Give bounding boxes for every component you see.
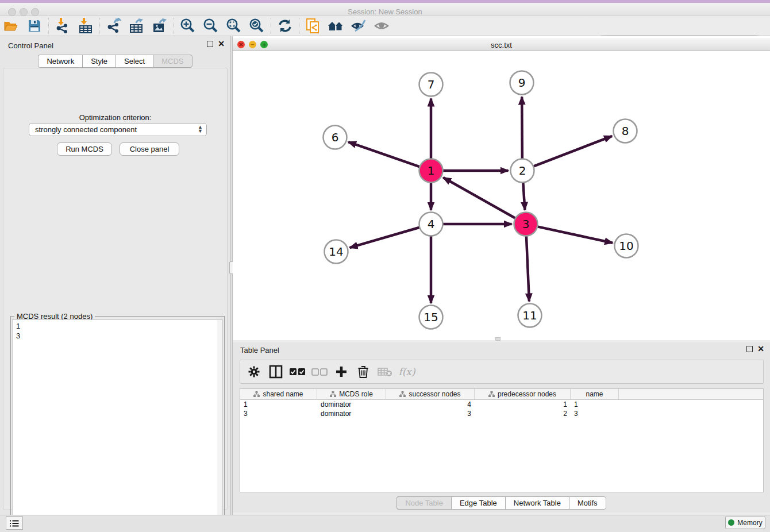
tab-mcds[interactable]: MCDS bbox=[153, 55, 192, 68]
zoom-fit-icon[interactable] bbox=[222, 17, 245, 35]
table-header-row: shared nameMCDS rolesuccessor nodesprede… bbox=[240, 389, 763, 400]
first-neighbors-icon[interactable] bbox=[325, 17, 348, 35]
table-cell: 3 bbox=[240, 409, 317, 418]
application-window: Session: New Session bbox=[0, 0, 770, 532]
node-table[interactable]: shared nameMCDS rolesuccessor nodesprede… bbox=[240, 388, 764, 492]
memory-button[interactable]: Memory bbox=[725, 516, 765, 529]
float-panel-icon[interactable] bbox=[746, 346, 753, 352]
table-cell: 4 bbox=[386, 400, 475, 409]
export-image-icon[interactable] bbox=[148, 17, 171, 35]
node-label-6: 6 bbox=[332, 130, 339, 144]
toolbar-separator bbox=[299, 18, 299, 34]
status-bar bbox=[0, 515, 770, 532]
horizontal-splitter-handle[interactable] bbox=[495, 337, 500, 341]
unselect-all-icon[interactable] bbox=[310, 363, 329, 381]
mcds-result-list[interactable]: 1 3 bbox=[12, 319, 223, 530]
import-table-icon[interactable] bbox=[74, 17, 97, 35]
tab-select[interactable]: Select bbox=[116, 55, 153, 68]
table-cell: 2 bbox=[475, 409, 571, 418]
mcds-panel-body: Optimization criterion: strongly connect… bbox=[3, 68, 228, 510]
column-header-successor-nodes[interactable]: successor nodes bbox=[386, 389, 475, 399]
control-panel-title: Control Panel bbox=[8, 41, 53, 50]
show-columns-icon[interactable] bbox=[267, 363, 285, 381]
network-view-window: ✕ − ＋ scc.txt 1234678910111415 bbox=[233, 36, 770, 340]
optimization-criterion-select[interactable]: strongly connected component ▲▼ bbox=[29, 123, 207, 136]
tab-network-table[interactable]: Network Table bbox=[505, 496, 569, 510]
table-body: 1dominator4113dominator323 bbox=[240, 400, 763, 418]
add-column-icon[interactable] bbox=[332, 363, 351, 381]
close-panel-icon[interactable]: ✕ bbox=[757, 346, 764, 352]
node-label-14: 14 bbox=[329, 245, 343, 259]
column-label: successor nodes bbox=[409, 390, 460, 398]
network-canvas[interactable]: 1234678910111415 bbox=[233, 51, 770, 340]
tab-network[interactable]: Network bbox=[38, 55, 82, 68]
node-label-9: 9 bbox=[518, 76, 526, 90]
tab-motifs[interactable]: Motifs bbox=[569, 496, 606, 510]
column-header-name[interactable]: name bbox=[571, 389, 619, 399]
tab-style[interactable]: Style bbox=[82, 55, 116, 68]
refresh-icon[interactable] bbox=[274, 17, 297, 35]
table-cell: 3 bbox=[386, 409, 475, 418]
table-settings-icon[interactable] bbox=[245, 363, 263, 381]
edge-2-3[interactable] bbox=[523, 182, 525, 210]
column-label: name bbox=[586, 390, 603, 398]
network-window-title: scc.txt bbox=[233, 41, 770, 49]
table-cell: 1 bbox=[571, 400, 619, 409]
function-builder-icon[interactable]: f(x) bbox=[398, 363, 416, 381]
new-network-from-selection-icon[interactable] bbox=[302, 17, 325, 35]
zoom-in-icon[interactable] bbox=[176, 17, 199, 35]
show-all-icon[interactable] bbox=[371, 17, 394, 35]
import-network-icon[interactable] bbox=[51, 17, 74, 35]
toolbar-separator bbox=[271, 18, 271, 34]
column-type-icon bbox=[253, 391, 260, 398]
table-toolbar: f(x) bbox=[240, 360, 764, 384]
edge-2-8[interactable] bbox=[533, 136, 612, 167]
node-label-15: 15 bbox=[424, 310, 438, 324]
edge-2-9[interactable] bbox=[522, 97, 522, 159]
tab-node-table[interactable]: Node Table bbox=[396, 496, 451, 510]
node-label-11: 11 bbox=[522, 309, 537, 322]
list-icon bbox=[10, 519, 19, 527]
close-panel-button[interactable]: Close panel bbox=[120, 142, 179, 156]
close-panel-icon[interactable]: ✕ bbox=[218, 41, 225, 47]
run-mcds-button[interactable]: Run MCDS bbox=[57, 142, 112, 156]
table-cell: dominator bbox=[317, 400, 386, 409]
table-cell: 3 bbox=[571, 409, 619, 418]
node-label-4: 4 bbox=[428, 217, 435, 231]
column-header-MCDS-role[interactable]: MCDS role bbox=[317, 389, 386, 399]
edge-3-11[interactable] bbox=[526, 236, 529, 301]
edge-3-10[interactable] bbox=[537, 226, 613, 242]
tab-edge-table[interactable]: Edge Table bbox=[451, 496, 505, 510]
export-table-icon[interactable] bbox=[125, 17, 148, 35]
hide-selected-icon[interactable] bbox=[348, 17, 371, 35]
save-session-icon[interactable] bbox=[23, 17, 46, 35]
control-panel-tabs: Network Style Select MCDS bbox=[0, 55, 230, 68]
zoom-selected-icon[interactable] bbox=[245, 17, 268, 35]
column-header-predecessor-nodes[interactable]: predecessor nodes bbox=[475, 389, 571, 399]
delete-columns-icon[interactable] bbox=[354, 363, 372, 381]
export-network-icon[interactable] bbox=[102, 17, 125, 35]
control-panel-header: Control Panel ✕ bbox=[0, 36, 230, 55]
titlebar: Session: New Session bbox=[0, 3, 770, 16]
select-all-icon[interactable] bbox=[288, 363, 307, 381]
table-cell: dominator bbox=[317, 409, 386, 418]
network-window-titlebar[interactable]: ✕ − ＋ scc.txt bbox=[233, 38, 770, 51]
float-panel-icon[interactable] bbox=[207, 41, 213, 47]
column-type-icon bbox=[488, 391, 495, 398]
delete-table-icon[interactable] bbox=[376, 363, 394, 381]
result-scrollbar[interactable] bbox=[217, 320, 222, 530]
node-label-3: 3 bbox=[522, 217, 530, 231]
edge-1-6[interactable] bbox=[348, 142, 419, 167]
table-cell: 1 bbox=[475, 400, 571, 409]
table-row[interactable]: 3dominator323 bbox=[240, 409, 763, 418]
table-row[interactable]: 1dominator411 bbox=[240, 400, 763, 409]
node-label-7: 7 bbox=[428, 78, 435, 91]
task-history-button[interactable] bbox=[6, 516, 23, 530]
select-stepper-icon: ▲▼ bbox=[198, 125, 203, 133]
edge-3-1[interactable] bbox=[443, 178, 515, 218]
open-session-icon[interactable] bbox=[0, 17, 23, 35]
column-label: MCDS role bbox=[339, 390, 373, 398]
zoom-out-icon[interactable] bbox=[199, 17, 222, 35]
column-header-shared-name[interactable]: shared name bbox=[240, 389, 317, 399]
edge-4-14[interactable] bbox=[350, 228, 420, 248]
